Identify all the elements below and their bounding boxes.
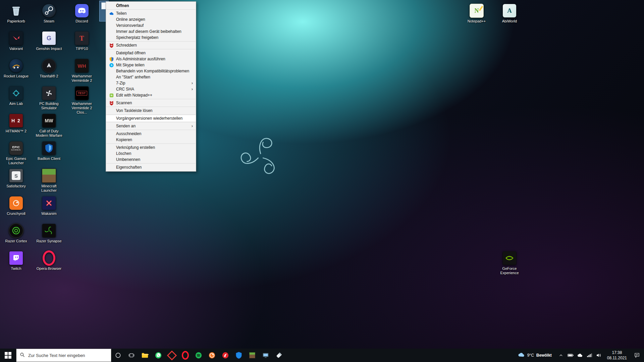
menu-item-online-anzeigen[interactable]: Online anzeigen xyxy=(106,16,196,22)
menu-item-label: Von Taskleiste lösen xyxy=(116,108,153,113)
steam-icon xyxy=(42,3,56,18)
minecraft-icon xyxy=(42,168,56,183)
menu-item-schreddern[interactable]: MSchreddern xyxy=(106,42,196,48)
menu-item-immer-auf-diesem-gerat-beibehalten[interactable]: Immer auf diesem Gerät beibehalten xyxy=(106,28,196,35)
desktop-icon-call-of-duty-modern-warfare[interactable]: MW Call of Duty Modern Warfare xyxy=(34,113,64,138)
menu-item-versionsverlauf[interactable]: Versionsverlauf xyxy=(106,22,196,28)
desktop-icon-titanfall-2[interactable]: Titanfall® 2 xyxy=(34,58,64,78)
menu-item-senden-an[interactable]: Senden an› xyxy=(106,123,196,129)
desktop-icon-label: Call of Duty Modern Warfare xyxy=(34,129,64,138)
tray-volume-icon[interactable] xyxy=(595,349,603,362)
desktop-icon-opera-browser[interactable]: Opera-Browser xyxy=(34,251,64,271)
desktop-icon-tipp10[interactable]: T TIPP10 xyxy=(67,31,97,51)
crunchyroll-icon xyxy=(9,196,23,210)
taskbar-button-crunchyroll[interactable] xyxy=(205,349,219,362)
desktop-icon-label: Razer Synapse xyxy=(36,239,61,243)
menu-item-dateipfad-offnen[interactable]: Dateipfad öffnen xyxy=(106,50,196,56)
menu-item-als-administrator-ausfuhren[interactable]: Als Administrator ausführen xyxy=(106,56,196,62)
taskbar-button-red-diamond-app[interactable] xyxy=(165,349,178,362)
desktop-icon-rocket-league[interactable]: Rocket League xyxy=(1,58,31,78)
desktop-icon-wakanim[interactable]: Wakanim xyxy=(34,196,64,216)
taskbar-button-opera[interactable] xyxy=(178,349,192,362)
razer-synapse-icon xyxy=(42,223,56,238)
desktop-icon-label: TIPP10 xyxy=(76,47,88,51)
action-center-button[interactable] xyxy=(630,352,644,358)
menu-item-edit-with-notepad[interactable]: NEdit with Notepad++ xyxy=(106,92,196,98)
explorer-icon xyxy=(141,352,149,359)
desktop-icon-warhammer-vermintide-2[interactable]: WH Warhammer Vermintide 2 xyxy=(67,58,97,83)
desktop-icon-satisfactory[interactable]: S Satisfactory xyxy=(1,168,31,188)
menu-separator xyxy=(106,163,196,164)
menu-item-loschen[interactable]: Löschen xyxy=(106,150,196,157)
menu-item-7-zip[interactable]: 7-Zip› xyxy=(106,80,196,86)
taskbar-search[interactable] xyxy=(16,349,111,362)
desktop-icon-hitman-2[interactable]: H 2 HITMAN™ 2 xyxy=(1,113,31,133)
desktop-icon-pc-building-simulator[interactable]: PC Building Simulator xyxy=(34,86,64,110)
start-button[interactable] xyxy=(0,349,16,362)
menu-item-label: Schreddern xyxy=(116,43,137,48)
opera-ring-icon xyxy=(182,351,189,360)
desktop-icon-razer-synapse[interactable]: Razer Synapse xyxy=(34,223,64,243)
desktop-icon-warhammer-vermintide-2-closed[interactable]: TEST Warhammer Vermintide 2 Clos... xyxy=(67,86,97,115)
menu-item-an-start-anheften[interactable]: An "Start" anheften xyxy=(106,74,196,80)
search-input[interactable] xyxy=(28,353,108,358)
menu-separator xyxy=(106,143,196,144)
tray-chevron-up-icon[interactable] xyxy=(557,349,565,362)
taskbar-button-badlion[interactable] xyxy=(232,349,246,362)
taskbar-apps xyxy=(111,349,286,362)
weather-widget[interactable]: 9°C Bewölkt xyxy=(514,349,556,362)
menu-item-mit-skype-teilen[interactable]: SMit Skype teilen xyxy=(106,62,196,68)
desktop-icon-minecraft-launcher[interactable]: Minecraft Launcher xyxy=(34,168,64,193)
taskbar-button-monitor-app[interactable] xyxy=(259,349,272,362)
tray-onedrive-icon[interactable] xyxy=(576,349,584,362)
taskbar-button-wakanim[interactable] xyxy=(219,349,232,362)
desktop-icon-razer-cortex[interactable]: Razer Cortex xyxy=(1,223,31,243)
menu-item-ausschneiden[interactable]: Ausschneiden xyxy=(106,131,196,137)
taskbar-button-spotify[interactable] xyxy=(192,349,205,362)
epic-icon: EPICGAMES xyxy=(9,141,23,156)
menu-item-umbenennen[interactable]: Umbenennen xyxy=(106,157,196,163)
menu-item-label: 7-Zip xyxy=(116,81,125,85)
taskbar-button-minecraft[interactable] xyxy=(246,349,259,362)
menu-item-von-taskleiste-losen[interactable]: Von Taskleiste lösen xyxy=(106,108,196,114)
taskbar-button-cortana[interactable] xyxy=(111,349,125,362)
tray-battery-icon[interactable] xyxy=(567,349,575,362)
menu-item-crc-sha[interactable]: CRC SHA› xyxy=(106,86,196,92)
desktop-icon-label: Warhammer Vermintide 2 xyxy=(67,74,97,83)
tray-network-icon[interactable] xyxy=(585,349,593,362)
desktop-icon-valorant[interactable]: Valorant xyxy=(1,31,31,51)
menu-item-offnen[interactable]: Öffnen xyxy=(106,3,196,9)
menu-item-vorgangerversionen-wiederherstellen[interactable]: Vorgängerversionen wiederherstellen xyxy=(106,115,196,121)
menu-item-teilen[interactable]: Teilen xyxy=(106,10,196,16)
menu-separator xyxy=(106,114,196,115)
desktop-icon-aim-lab[interactable]: Aim Lab xyxy=(1,86,31,106)
desktop-icon-genshin-impact[interactable]: G Genshin Impact xyxy=(34,31,64,51)
menu-item-eigenschaften[interactable]: Eigenschaften xyxy=(106,164,196,170)
menu-item-kopieren[interactable]: Kopieren xyxy=(106,137,196,143)
menu-item-label: Scannen xyxy=(116,101,132,105)
desktop-icon-twitch[interactable]: Twitch xyxy=(1,251,31,271)
desktop-icon-crunchyroll[interactable]: Crunchyroll xyxy=(1,196,31,216)
menu-item-speicherplatz-freigeben[interactable]: Speicherplatz freigeben xyxy=(106,35,196,41)
taskbar-button-paint-app[interactable] xyxy=(272,349,286,362)
menu-item-scannen[interactable]: MScannen xyxy=(106,100,196,106)
taskbar-clock[interactable]: 17:38 08.11.2021 xyxy=(604,350,630,361)
skype-icon: S xyxy=(109,62,114,68)
submenu-arrow-icon: › xyxy=(192,80,193,86)
menu-item-verknupfung-erstellen[interactable]: Verknüpfung erstellen xyxy=(106,144,196,150)
desktop-icon-geforce-experience[interactable]: GeForce Experience xyxy=(495,251,524,275)
aimlab-icon xyxy=(9,86,23,101)
desktop-icon-epic-games-launcher[interactable]: EPICGAMES Epic Games Launcher xyxy=(1,141,31,165)
desktop-icon-abiworld[interactable]: A AbiWorld xyxy=(495,3,524,23)
desktop-icon-notepad-plus-plus[interactable]: N Notepad++ xyxy=(462,3,491,23)
desktop-icon-papierkorb[interactable]: Papierkorb xyxy=(1,3,31,23)
desktop-icon-steam[interactable]: Steam xyxy=(34,3,64,23)
taskbar-button-task-view[interactable] xyxy=(125,349,138,362)
taskbar-button-whatsapp[interactable] xyxy=(152,349,165,362)
taskbar-button-file-explorer[interactable] xyxy=(138,349,152,362)
desktop-icon-discord[interactable]: Discord xyxy=(67,3,97,23)
desktop-icon-label: Genshin Impact xyxy=(36,47,62,51)
menu-item-behandeln-von-kompatibilitatsproblemen[interactable]: Behandeln von Kompatibilitätsproblemen xyxy=(106,68,196,74)
desktop-icon-badlion-client[interactable]: Badlion Client xyxy=(34,141,64,161)
desktop-icon-label: Warhammer Vermintide 2 Clos... xyxy=(67,102,97,115)
